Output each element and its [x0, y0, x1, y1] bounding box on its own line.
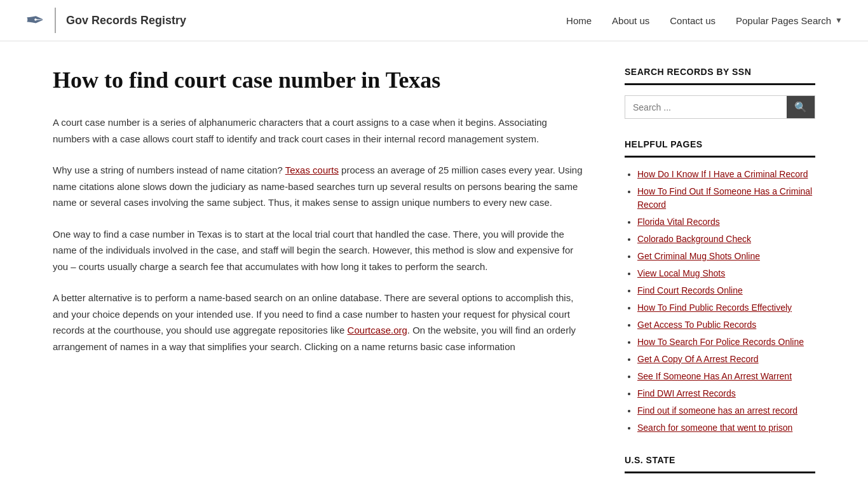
helpful-link-4[interactable]: Get Criminal Mug Shots Online: [637, 251, 760, 261]
article-paragraph-4: A better alternative is to perform a nam…: [53, 290, 587, 355]
article-paragraph-1: A court case number is a series of alpha…: [53, 114, 587, 147]
helpful-link-3[interactable]: Colorado Background Check: [637, 234, 751, 244]
logo-feather-icon: ✒: [25, 9, 44, 32]
list-item: Get Criminal Mug Shots Online: [637, 250, 815, 263]
nav-home[interactable]: Home: [566, 15, 592, 26]
helpful-link-12[interactable]: Find DWI Arrest Records: [637, 388, 736, 398]
search-input[interactable]: [625, 96, 787, 118]
list-item: Florida Vital Records: [637, 215, 815, 229]
site-header: ✒ Gov Records Registry Home About us Con…: [0, 0, 868, 41]
helpful-link-14[interactable]: Search for someone that went to prison: [637, 423, 792, 433]
list-item: Find out if someone has an arrest record: [637, 404, 815, 417]
list-item: Find DWI Arrest Records: [637, 387, 815, 400]
article-title: How to find court case number in Texas: [53, 67, 587, 94]
helpful-link-13[interactable]: Find out if someone has an arrest record: [637, 405, 797, 416]
courtcase-link[interactable]: Courtcase.org: [348, 325, 407, 336]
list-item: Find Court Records Online: [637, 284, 815, 297]
search-widget: SEARCH RECORDS BY SSN 🔍: [625, 67, 815, 119]
logo-divider: [55, 8, 56, 33]
article-body: A court case number is a series of alpha…: [53, 114, 587, 355]
list-item: How To Find Public Records Effectively: [637, 301, 815, 315]
list-item: View Local Mug Shots: [637, 267, 815, 280]
list-item: Colorado Background Check: [637, 233, 815, 246]
list-item: How Do I Know If I Have a Criminal Recor…: [637, 168, 815, 181]
main-nav: Home About us Contact us Popular Pages S…: [566, 15, 843, 26]
site-logo[interactable]: ✒ Gov Records Registry: [25, 8, 186, 33]
article-paragraph-2: Why use a string of numbers instead of n…: [53, 162, 587, 211]
helpful-link-5[interactable]: View Local Mug Shots: [637, 268, 725, 278]
helpful-link-1[interactable]: How To Find Out If Someone Has a Crimina…: [637, 186, 812, 210]
search-box: 🔍: [625, 95, 815, 119]
sidebar: SEARCH RECORDS BY SSN 🔍 HELPFUL PAGES Ho…: [625, 67, 815, 488]
helpful-link-2[interactable]: Florida Vital Records: [637, 217, 720, 227]
list-item: Get A Copy Of A Arrest Record: [637, 353, 815, 366]
site-content: How to find court case number in Texas A…: [27, 41, 841, 488]
article-paragraph-3: One way to find a case number in Texas i…: [53, 226, 587, 275]
helpful-pages-title: HELPFUL PAGES: [625, 139, 815, 158]
main-article: How to find court case number in Texas A…: [53, 67, 587, 488]
helpful-link-6[interactable]: Find Court Records Online: [637, 285, 743, 295]
logo-text: Gov Records Registry: [66, 14, 186, 27]
nav-popular-pages-label: Popular Pages Search: [736, 15, 831, 26]
helpful-pages-list: How Do I Know If I Have a Criminal Recor…: [625, 168, 815, 435]
helpful-link-8[interactable]: Get Access To Public Records: [637, 320, 756, 330]
helpful-link-0[interactable]: How Do I Know If I Have a Criminal Recor…: [637, 169, 808, 179]
us-state-title: U.S. STATE: [625, 455, 815, 473]
list-item: How To Find Out If Someone Has a Crimina…: [637, 185, 815, 212]
texas-courts-link[interactable]: Texas courts: [285, 165, 339, 175]
helpful-link-10[interactable]: Get A Copy Of A Arrest Record: [637, 354, 759, 364]
helpful-link-9[interactable]: How To Search For Police Records Online: [637, 337, 804, 347]
list-item: How To Search For Police Records Online: [637, 336, 815, 349]
helpful-pages-widget: HELPFUL PAGES How Do I Know If I Have a …: [625, 139, 815, 435]
search-icon: 🔍: [794, 101, 807, 113]
nav-contact[interactable]: Contact us: [670, 15, 715, 26]
helpful-link-11[interactable]: See If Someone Has An Arrest Warrent: [637, 371, 792, 381]
search-widget-title: SEARCH RECORDS BY SSN: [625, 67, 815, 85]
list-item: Get Access To Public Records: [637, 318, 815, 332]
us-state-widget: U.S. STATE: [625, 455, 815, 473]
nav-about[interactable]: About us: [612, 15, 649, 26]
nav-popular-pages[interactable]: Popular Pages Search ▼: [736, 15, 843, 26]
search-button[interactable]: 🔍: [787, 96, 815, 118]
list-item: Search for someone that went to prison: [637, 421, 815, 435]
list-item: See If Someone Has An Arrest Warrent: [637, 370, 815, 383]
chevron-down-icon: ▼: [835, 16, 843, 25]
helpful-link-7[interactable]: How To Find Public Records Effectively: [637, 302, 792, 313]
